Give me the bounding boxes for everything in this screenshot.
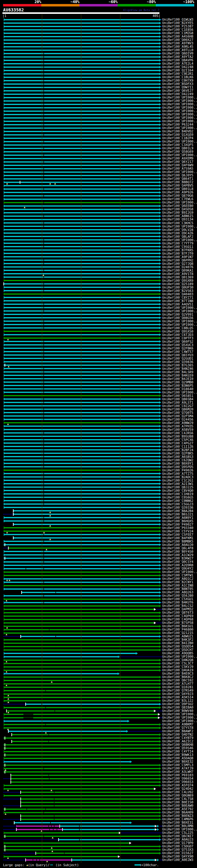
hit-bar[interactable]	[8, 731, 126, 732]
alignment-row[interactable]: UniRef100_A4QV51	[0, 303, 197, 306]
hit-label[interactable]: UniRef100_Q9C4Z6	[162, 231, 193, 235]
alignment-row[interactable]: UniRef100_O24076	[0, 266, 197, 269]
hit-bar[interactable]	[4, 175, 159, 176]
hit-bar[interactable]	[4, 94, 159, 95]
hit-bar[interactable]	[4, 487, 159, 488]
hit-bar[interactable]	[4, 36, 159, 37]
hit-bar[interactable]	[4, 409, 159, 410]
hit-bar[interactable]	[4, 812, 159, 813]
hit-bar[interactable]	[60, 826, 155, 827]
hit-bar[interactable]	[4, 222, 159, 223]
hit-label[interactable]: UniRef100_C0PTF3	[162, 337, 193, 340]
hit-bar[interactable]	[4, 317, 159, 318]
hit-bar[interactable]	[4, 209, 159, 210]
hit-bar[interactable]	[4, 612, 159, 613]
hit-bar[interactable]	[4, 168, 159, 169]
hit-bar[interactable]	[4, 172, 159, 173]
hit-bar[interactable]	[4, 151, 159, 152]
hit-bar[interactable]	[4, 497, 159, 498]
hit-label[interactable]: UniRef100_B7T1N8	[162, 299, 193, 303]
hit-bar[interactable]	[4, 619, 159, 620]
hit-bar[interactable]	[4, 768, 159, 769]
hit-bar[interactable]	[4, 398, 159, 400]
hit-bar[interactable]	[4, 60, 159, 61]
hit-bar[interactable]	[4, 155, 159, 156]
hit-bar[interactable]	[4, 663, 159, 664]
hit-label[interactable]: UniRef100_UPI000..	[162, 320, 197, 323]
hit-bar[interactable]	[4, 748, 159, 749]
hit-bar[interactable]	[12, 734, 159, 735]
hit-label[interactable]: UniRef100_Q8LAF2	[162, 235, 193, 238]
alignment-row[interactable]: UniRef100_A0EZW3	[0, 858, 197, 862]
hit-bar[interactable]	[21, 636, 159, 637]
hit-bar[interactable]	[4, 392, 159, 393]
hit-bar[interactable]	[4, 429, 159, 430]
alignment-row[interactable]: UniRef100_UPI000..	[0, 323, 197, 327]
hit-bar[interactable]	[4, 754, 159, 755]
hit-bar[interactable]	[4, 785, 159, 786]
hit-bar[interactable]	[4, 216, 159, 217]
hit-bar[interactable]	[4, 656, 118, 657]
hit-bar[interactable]	[21, 815, 159, 816]
hit-bar[interactable]	[4, 46, 159, 48]
hit-bar[interactable]	[4, 141, 159, 142]
hit-label[interactable]: UniRef100_Q9SXR9	[162, 279, 193, 282]
hit-label[interactable]: UniRef100_B7FJT0	[162, 252, 193, 255]
hit-bar[interactable]	[4, 639, 159, 641]
hit-bar[interactable]	[4, 348, 159, 349]
hit-bar[interactable]	[4, 259, 159, 261]
hit-bar[interactable]	[4, 283, 159, 284]
hit-bar[interactable]	[4, 530, 159, 532]
alignment-row[interactable]: UniRef100_Q40403	[0, 292, 197, 296]
hit-bar[interactable]	[4, 575, 159, 576]
hit-bar[interactable]	[4, 503, 159, 505]
hit-bar[interactable]	[4, 314, 159, 315]
hit-bar[interactable]	[4, 327, 159, 329]
hit-bar[interactable]	[21, 802, 159, 803]
hit-bar[interactable]	[4, 673, 118, 674]
alignment-row[interactable]: UniRef100_Q2V991	[0, 313, 197, 316]
hit-bar[interactable]	[4, 622, 154, 623]
hit-bar[interactable]	[4, 361, 159, 363]
hit-label[interactable]: UniRef100_B7FKR5	[162, 248, 193, 252]
hit-bar[interactable]	[4, 609, 154, 610]
hit-bar[interactable]	[4, 476, 159, 477]
hit-bar[interactable]	[4, 473, 159, 474]
hit-bar[interactable]	[6, 710, 154, 712]
hit-bar[interactable]	[4, 307, 159, 308]
hit-bar[interactable]	[4, 100, 159, 102]
hit-bar[interactable]	[4, 365, 159, 366]
hit-bar[interactable]	[4, 527, 159, 528]
hit-bar[interactable]	[21, 798, 159, 800]
hit-bar[interactable]	[4, 693, 159, 695]
hit-bar[interactable]	[4, 53, 159, 54]
hit-bar[interactable]	[4, 771, 159, 773]
hit-bar[interactable]	[11, 781, 159, 783]
alignment-row[interactable]: UniRef100_Q08G56	[0, 316, 197, 320]
hit-bar[interactable]	[4, 666, 159, 668]
hit-label[interactable]: UniRef100_C8YZ71	[162, 296, 193, 299]
hit-bar[interactable]	[4, 534, 159, 535]
hit-bar[interactable]	[4, 395, 159, 396]
hit-label[interactable]: UniRef100_Q40403	[162, 292, 193, 296]
hit-bar[interactable]	[4, 232, 159, 234]
hit-bar[interactable]	[16, 826, 60, 827]
hit-bar[interactable]	[4, 39, 159, 41]
hit-bar[interactable]	[4, 331, 159, 332]
hit-bar[interactable]	[11, 775, 159, 776]
hit-bar[interactable]	[4, 297, 159, 298]
hit-bar[interactable]	[4, 158, 159, 159]
hit-bar[interactable]	[4, 436, 159, 437]
hit-bar[interactable]	[4, 727, 159, 728]
hit-label[interactable]: UniRef100_B2VS63	[162, 289, 193, 292]
alignment-row[interactable]: UniRef100_UPI000..	[0, 309, 197, 313]
hit-bar[interactable]	[4, 466, 159, 467]
hit-bar[interactable]	[4, 229, 159, 230]
hit-bar[interactable]	[4, 493, 159, 495]
hit-bar[interactable]	[4, 290, 159, 291]
alignment-row[interactable]: UniRef100_Q9SXR9	[0, 279, 197, 282]
hit-bar[interactable]	[4, 324, 159, 325]
hit-bar[interactable]	[4, 43, 159, 44]
hit-bar[interactable]	[4, 23, 159, 24]
hit-label[interactable]: UniRef100_A9V1T8	[162, 272, 193, 276]
